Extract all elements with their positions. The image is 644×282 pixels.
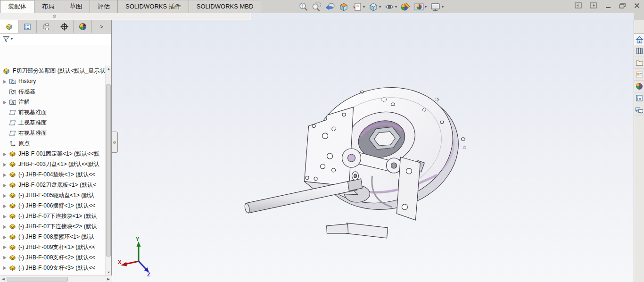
toggle-left-pane-button[interactable] [575, 2, 582, 9]
forum-bubbles-icon [635, 106, 644, 114]
dropdown-arrow-icon[interactable]: ▾ [425, 5, 427, 9]
tab-sw-addins[interactable]: SOLIDWORKS 插件 [118, 0, 189, 13]
filter-funnel-icon[interactable] [2, 35, 10, 43]
tab-assembly[interactable]: 装配体 [0, 0, 34, 13]
expand-arrow-icon[interactable]: ▶ [1, 162, 8, 167]
tree-item[interactable]: ▶ 右视基准面 [0, 128, 105, 138]
tab-configurationmanager[interactable] [37, 20, 55, 33]
reference-triad: Y X Z [118, 237, 158, 276]
view-settings-button[interactable]: ▾ [430, 2, 444, 12]
scroll-left-arrow-icon[interactable]: ◀ [0, 277, 7, 281]
graphics-viewport[interactable]: Y X Z [112, 20, 634, 282]
scrollbar-thumb[interactable] [106, 84, 111, 257]
panel-collapse-handle[interactable] [112, 132, 118, 153]
tree-root-item[interactable]: F切刀部分装配图 (默认<默认_显示状 [0, 66, 105, 76]
tab-sw-mbd[interactable]: SOLIDWORKS MBD [189, 0, 262, 13]
scroll-up-arrow-icon[interactable]: ▲ [106, 66, 112, 72]
title-bar: 装配体 布局 草图 评估 SOLIDWORKS 插件 SOLIDWORKS MB… [0, 0, 644, 13]
tab-sketch[interactable]: 草图 [62, 0, 90, 13]
tab-featuremanager-tree[interactable] [0, 20, 18, 33]
zoom-to-fit-button[interactable] [298, 2, 308, 12]
solidworks-resources-button[interactable] [634, 33, 644, 45]
tree-item-label: (-) JHB-F-004垫块<1> (默认<< [18, 171, 95, 179]
expand-arrow-icon[interactable]: ▶ [1, 182, 8, 188]
tree-item[interactable]: ▶ JHB-F-003刀盘<1> (默认<<默认 [0, 159, 105, 169]
apply-scene-button[interactable]: ▾ [414, 2, 427, 12]
tree-item[interactable]: ▶ 传感器 [0, 86, 105, 97]
expand-arrow-icon[interactable]: ▶ [1, 193, 8, 198]
tree-item-label: 上视基准面 [18, 119, 47, 127]
tree-vertical-scrollbar[interactable]: ▲ ▼ [105, 66, 111, 275]
expand-arrow-icon[interactable]: ▶ [1, 151, 8, 157]
tree-item[interactable]: ▶ (-) JHB-F-006摆臂<1> (默认<< [0, 200, 105, 211]
more-tabs-chevron[interactable]: > [92, 20, 111, 33]
tree-item[interactable]: ▶ 原点 [0, 138, 105, 149]
tree-item[interactable]: ▶ (-) JHB-F-07下连接块<1> (默认 [0, 211, 105, 221]
solidworks-forum-button[interactable] [634, 104, 644, 116]
expand-arrow-icon[interactable]: ▶ [1, 224, 8, 229]
history-icon [8, 78, 17, 84]
previous-view-button[interactable] [325, 2, 335, 12]
section-view-button[interactable] [339, 2, 349, 12]
assembly-model[interactable] [112, 20, 634, 282]
tree-item-label: JHB-F-002刀盘底板<1> (默认< [18, 181, 96, 189]
tree-item[interactable]: ▶ (-) JHB-F-009支杆<2> (默认<< [0, 252, 105, 263]
view-orientation-button[interactable]: ▾ [368, 2, 381, 12]
tree-item[interactable]: ▶ (-) JHB-F-004垫块<1> (默认<< [0, 169, 105, 180]
tree-item[interactable]: ▶ A 注解 [0, 97, 105, 107]
tab-layout[interactable]: 布局 [34, 0, 62, 13]
design-library-button[interactable] [634, 45, 644, 57]
file-explorer-button[interactable] [634, 57, 644, 69]
view-settings-icon [430, 2, 441, 12]
minimize-button[interactable] [605, 2, 611, 9]
tree-item-label: 前视基准面 [18, 108, 47, 116]
dropdown-arrow-icon[interactable]: ▾ [363, 5, 365, 9]
expand-arrow-icon[interactable]: ▶ [1, 79, 8, 84]
tree-item[interactable]: ▶ (-) JHB-F-009支杆<1> (默认<< [0, 242, 105, 252]
restore-button[interactable] [619, 2, 626, 9]
tab-dimxpertmanager[interactable] [55, 20, 74, 33]
panel-drag-handle[interactable] [53, 15, 56, 18]
expand-arrow-icon[interactable]: ▶ [1, 203, 8, 208]
tree-item[interactable]: ▶ (-) JHB-F-005驱动盘<1> (默认 [0, 190, 105, 200]
tree-horizontal-scrollbar[interactable]: ◀ ▶ [0, 275, 112, 282]
custom-properties-button[interactable] [634, 92, 644, 104]
zoom-to-fit-icon [298, 2, 308, 12]
toggle-right-pane-button[interactable] [590, 2, 597, 9]
dropdown-arrow-icon[interactable]: ▾ [379, 5, 381, 9]
tree-item[interactable]: ▶ (-) JHB-F-009支杆<3> (默认<< [0, 263, 105, 273]
expand-arrow-icon[interactable]: ▶ [1, 265, 8, 271]
expand-arrow-icon[interactable]: ▶ [1, 172, 8, 177]
tree-item[interactable]: ▶ JHB-F-001固定架<1> (默认<<默 [0, 149, 105, 159]
filter-dropdown-arrow-icon[interactable]: ▾ [11, 37, 13, 41]
close-button[interactable] [634, 2, 640, 9]
scroll-down-arrow-icon[interactable]: ▼ [106, 269, 112, 275]
view-palette-button[interactable] [634, 69, 644, 81]
scroll-right-arrow-icon[interactable]: ▶ [105, 277, 112, 281]
tree-item-label: (-) JHB-F-009支杆<3> (默认<< [18, 264, 95, 272]
dynamic-annotation-views-button[interactable]: ▾ [352, 2, 365, 12]
tab-displaymanager[interactable] [74, 20, 92, 33]
tree-item[interactable]: ▶ (-) JHB-F-07下连接块<2> (默认 [0, 221, 105, 232]
dynamic-annotation-views-icon [352, 2, 363, 12]
tree-item[interactable]: ▶ JHB-F-002刀盘底板<1> (默认< [0, 180, 105, 190]
tree-item[interactable]: ▶ 上视基准面 [0, 117, 105, 128]
hide-show-items-button[interactable]: ▾ [384, 2, 397, 12]
tab-propertymanager[interactable] [18, 20, 37, 33]
expand-arrow-icon[interactable]: ▶ [1, 214, 8, 219]
zoom-to-area-button[interactable] [312, 2, 322, 12]
scrollbar-thumb[interactable] [7, 277, 68, 282]
tree-item[interactable]: ▶ (-) JHB-F-008摩擦环<1> (默认 [0, 232, 105, 242]
appearances-scenes-button[interactable] [634, 81, 644, 92]
edit-appearance-button[interactable] [400, 2, 411, 12]
expand-arrow-icon[interactable]: ▶ [1, 234, 8, 240]
tab-evaluate[interactable]: 评估 [90, 0, 118, 13]
expand-arrow-icon[interactable]: ▶ [1, 255, 8, 260]
tree-item[interactable]: ▶ 前视基准面 [0, 107, 105, 117]
dropdown-arrow-icon[interactable]: ▾ [442, 5, 444, 9]
part-icon [8, 182, 17, 188]
expand-arrow-icon[interactable]: ▶ [1, 100, 8, 105]
expand-arrow-icon[interactable]: ▶ [1, 245, 8, 250]
dropdown-arrow-icon[interactable]: ▾ [395, 5, 397, 9]
tree-item[interactable]: ▶ History [0, 76, 105, 86]
